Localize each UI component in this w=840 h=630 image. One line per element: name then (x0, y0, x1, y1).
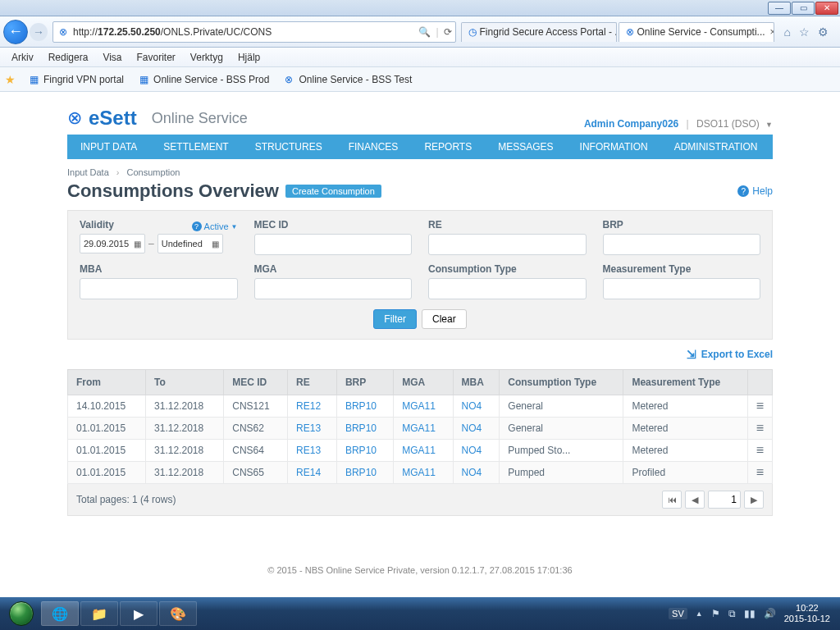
export-to-excel-link[interactable]: ⇲ Export to Excel (687, 348, 773, 361)
cell-brp[interactable]: BRP10 (336, 395, 393, 418)
cell-mga[interactable]: MGA11 (394, 462, 453, 484)
pager-next-button[interactable]: ▶ (744, 491, 764, 509)
tray-clock[interactable]: 10:22 2015-10-12 (784, 603, 830, 624)
col-mba[interactable]: MBA (453, 370, 500, 395)
pager-first-button[interactable]: ⏮ (662, 491, 682, 509)
menu-arkiv[interactable]: Arkiv (5, 50, 40, 65)
clear-button[interactable]: Clear (422, 309, 467, 329)
window-minimize-button[interactable]: — (768, 2, 791, 15)
tray-expand-icon[interactable]: ▲ (696, 609, 703, 618)
menu-visa[interactable]: Visa (96, 50, 128, 65)
mba-input[interactable] (80, 278, 238, 299)
row-menu-icon[interactable]: ≡ (747, 440, 772, 462)
url-path: /ONLS.Private/UC/CONS (161, 26, 272, 38)
browser-back-button[interactable]: ← (3, 20, 28, 44)
mec-id-input[interactable] (254, 234, 413, 255)
cell-re[interactable]: RE14 (288, 462, 337, 484)
mga-label: MGA (254, 263, 413, 275)
nav-structures[interactable]: STRUCTURES (242, 135, 336, 159)
tray-wifi-icon[interactable]: ▮▮ (744, 608, 756, 619)
browser-tab[interactable]: ⊗ Online Service - Consumpti... × (619, 22, 774, 42)
col-ctype[interactable]: Consumption Type (500, 370, 623, 395)
address-bar[interactable]: ⊗ http:// 172.25.50.250 /ONLS.Private/UC… (52, 21, 456, 43)
cell-re[interactable]: RE13 (288, 418, 337, 440)
add-favorite-icon[interactable]: ★ (5, 73, 16, 86)
col-mtype[interactable]: Measurement Type (623, 370, 747, 395)
nav-information[interactable]: INFORMATION (567, 135, 661, 159)
nav-messages[interactable]: MESSAGES (485, 135, 566, 159)
cell-mga[interactable]: MGA11 (394, 440, 453, 462)
validity-to-input[interactable]: Undefined ▦ (158, 234, 223, 253)
cell-re[interactable]: RE12 (288, 395, 337, 418)
row-menu-icon[interactable]: ≡ (747, 395, 772, 418)
col-mec[interactable]: MEC ID (224, 370, 288, 395)
task-ie[interactable]: 🌐 (41, 601, 79, 626)
measurement-type-input[interactable] (603, 278, 761, 299)
window-close-button[interactable]: ✕ (815, 2, 838, 15)
validity-from-input[interactable]: 29.09.2015 ▦ (80, 234, 145, 253)
search-icon[interactable]: 🔍 (418, 26, 431, 38)
cell-mba[interactable]: NO4 (453, 418, 500, 440)
window-maximize-button[interactable]: ▭ (792, 2, 815, 15)
nav-settlement[interactable]: SETTLEMENT (150, 135, 241, 159)
language-indicator[interactable]: SV (669, 608, 687, 619)
pager-page-input[interactable] (708, 491, 741, 509)
create-consumption-button[interactable]: Create Consumption (285, 185, 381, 198)
consumption-type-input[interactable] (428, 278, 587, 299)
calendar-icon[interactable]: ▦ (212, 240, 219, 249)
task-explorer[interactable]: 📁 (80, 601, 118, 626)
menu-hjalp[interactable]: Hjälp (231, 50, 267, 65)
col-from[interactable]: From (68, 370, 146, 395)
user-menu[interactable]: Admin Company026 | DSO11 (DSO) ▼ (584, 118, 773, 130)
cell-mga[interactable]: MGA11 (394, 395, 453, 418)
refresh-icon[interactable]: ⟳ (444, 26, 452, 38)
cell-brp[interactable]: BRP10 (336, 418, 393, 440)
nav-reports[interactable]: REPORTS (411, 135, 485, 159)
pager-prev-button[interactable]: ◀ (685, 491, 705, 509)
row-menu-icon[interactable]: ≡ (747, 418, 772, 440)
browser-tab[interactable]: ◷ Fingrid Secure Access Portal - ... (461, 22, 617, 42)
row-menu-icon[interactable]: ≡ (747, 462, 772, 484)
tray-network-icon[interactable]: ⧉ (728, 608, 736, 619)
tray-volume-icon[interactable]: 🔊 (764, 608, 776, 619)
cell-brp[interactable]: BRP10 (336, 440, 393, 462)
breadcrumb-input-data[interactable]: Input Data (67, 167, 109, 177)
col-to[interactable]: To (146, 370, 224, 395)
cell-mba[interactable]: NO4 (453, 440, 500, 462)
calendar-icon[interactable]: ▦ (134, 240, 141, 249)
cell-re[interactable]: RE13 (288, 440, 337, 462)
re-input[interactable] (428, 234, 587, 255)
cell-mba[interactable]: NO4 (453, 395, 500, 418)
menu-redigera[interactable]: Redigera (42, 50, 95, 65)
brp-input[interactable] (603, 234, 761, 255)
table-row: 01.01.201531.12.2018CNS64RE13BRP10MGA11N… (68, 440, 773, 462)
col-re[interactable]: RE (288, 370, 337, 395)
validity-active-toggle[interactable]: Active ▼ (192, 221, 238, 231)
tools-gear-icon[interactable]: ⚙ (818, 25, 829, 39)
col-mga[interactable]: MGA (394, 370, 453, 395)
cell-brp[interactable]: BRP10 (336, 462, 393, 484)
tray-flag-icon[interactable]: ⚑ (711, 608, 720, 619)
menu-favoriter[interactable]: Favoriter (130, 50, 182, 65)
cell-mga[interactable]: MGA11 (394, 418, 453, 440)
home-icon[interactable]: ⌂ (784, 25, 791, 39)
menu-verktyg[interactable]: Verktyg (184, 50, 230, 65)
mga-input[interactable] (254, 278, 413, 299)
start-button[interactable] (5, 600, 38, 627)
favorites-icon[interactable]: ☆ (799, 25, 810, 39)
nav-input-data[interactable]: INPUT DATA (67, 135, 150, 159)
favorite-link[interactable]: ▦Online Service - BSS Prod (134, 71, 272, 88)
browser-forward-button[interactable]: → (30, 23, 48, 41)
nav-finances[interactable]: FINANCES (336, 135, 412, 159)
col-brp[interactable]: BRP (336, 370, 393, 395)
task-paint[interactable]: 🎨 (159, 601, 197, 626)
cell-mba[interactable]: NO4 (453, 462, 500, 484)
help-link[interactable]: ? Help (737, 185, 773, 197)
favorite-link[interactable]: ⊗Online Service - BSS Test (279, 71, 415, 88)
cell-mtype: Metered (623, 418, 747, 440)
nav-administration[interactable]: ADMINISTRATION (661, 135, 771, 159)
filter-button[interactable]: Filter (373, 309, 417, 329)
favorite-link[interactable]: ▦Fingrid VPN portal (24, 71, 127, 88)
task-media[interactable]: ▶ (120, 601, 158, 626)
tab-close-icon[interactable]: × (770, 26, 774, 38)
